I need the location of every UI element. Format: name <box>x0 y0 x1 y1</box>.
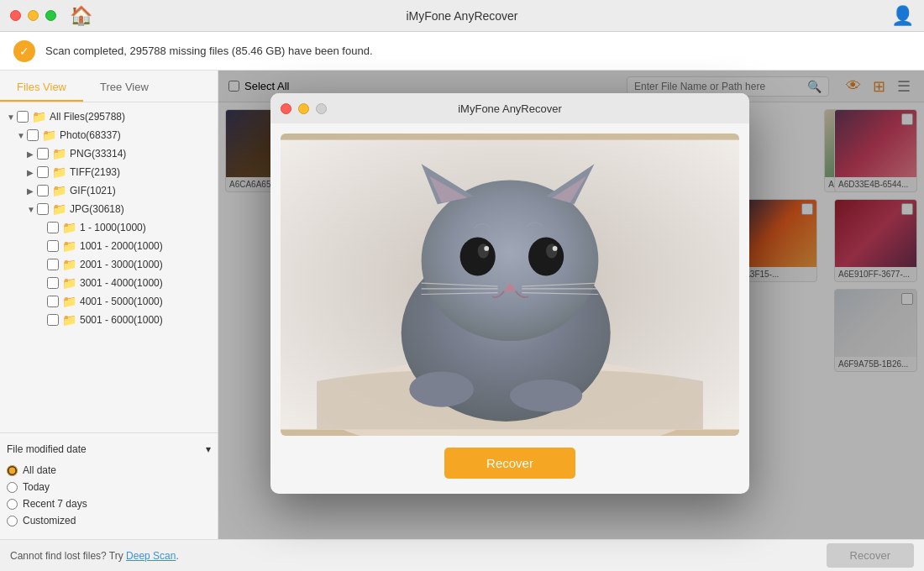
tree-item-tiff[interactable]: ▶ 📁 TIFF(2193) <box>0 163 218 181</box>
folder-icon: 📁 <box>62 258 76 271</box>
view-tabs: Files View Tree View <box>0 71 218 102</box>
arrow-icon: ▶ <box>27 168 37 177</box>
tree-label-jpg-6: 5001 - 6000(1000) <box>80 314 163 326</box>
folder-icon: 📁 <box>62 276 76 290</box>
checkbox-jpg-6[interactable] <box>47 314 59 326</box>
svg-point-3 <box>409 371 474 406</box>
checkbox-all-files[interactable] <box>17 111 29 123</box>
checkbox-jpg[interactable] <box>37 203 49 215</box>
user-icon[interactable]: 👤 <box>891 5 914 27</box>
folder-icon: 📁 <box>52 147 66 160</box>
tree-label-tiff: TIFF(2193) <box>70 166 120 178</box>
close-button[interactable] <box>10 10 21 21</box>
radio-today[interactable]: Today <box>7 479 211 495</box>
radio-input-recent7[interactable] <box>7 499 18 510</box>
modal-preview-image <box>281 134 739 436</box>
cat-svg <box>281 134 739 436</box>
tree-item-jpg-6[interactable]: 📁 5001 - 6000(1000) <box>0 311 218 329</box>
modal-maximize-button[interactable] <box>316 103 327 114</box>
modal-content: Recover <box>270 123 749 494</box>
tree-label-jpg: JPG(30618) <box>70 203 124 215</box>
bottom-bar: Cannot find lost files? Try Deep Scan. R… <box>0 539 924 571</box>
radio-customized[interactable]: Customized <box>7 512 211 529</box>
maximize-button[interactable] <box>45 10 56 21</box>
svg-point-12 <box>478 244 489 258</box>
folder-icon: 📁 <box>52 165 66 179</box>
radio-input-today[interactable] <box>7 482 18 493</box>
tree-item-jpg-2[interactable]: 📁 1001 - 2000(1000) <box>0 237 218 255</box>
radio-input-all-date[interactable] <box>7 465 18 476</box>
folder-icon: 📁 <box>52 202 66 216</box>
modal-close-button[interactable] <box>281 103 291 114</box>
tree-item-png[interactable]: ▶ 📁 PNG(33314) <box>0 144 218 163</box>
tree-label-jpg-3: 2001 - 3000(1000) <box>80 259 163 270</box>
tab-tree-view[interactable]: Tree View <box>83 74 165 102</box>
checkbox-jpg-3[interactable] <box>47 259 59 270</box>
tree-label-jpg-5: 4001 - 5000(1000) <box>80 296 163 307</box>
checkbox-jpg-5[interactable] <box>47 296 59 307</box>
tree-label-photo: Photo(68337) <box>60 129 121 141</box>
checkbox-gif[interactable] <box>37 185 49 196</box>
arrow-icon: ▼ <box>27 205 37 214</box>
date-filter-chevron-icon: ▾ <box>206 443 211 455</box>
app-title: iMyFone AnyRecover <box>406 9 517 23</box>
date-filter: File modified date ▾ All date Today Rece… <box>0 432 218 539</box>
bottom-message: Cannot find lost files? Try Deep Scan. <box>10 550 179 562</box>
arrow-icon: ▶ <box>27 186 37 196</box>
svg-point-4 <box>510 380 582 411</box>
svg-point-14 <box>484 246 489 251</box>
modal-recover-button[interactable]: Recover <box>444 448 575 479</box>
file-tree: ▼ 📁 All Files(295788) ▼ 📁 Photo(68337) ▶… <box>0 102 218 432</box>
tree-item-jpg[interactable]: ▼ 📁 JPG(30618) <box>0 200 218 218</box>
date-filter-header[interactable]: File modified date ▾ <box>7 440 211 458</box>
radio-input-customized[interactable] <box>7 516 18 526</box>
tree-item-jpg-5[interactable]: 📁 4001 - 5000(1000) <box>0 292 218 311</box>
home-icon[interactable]: 🏠 <box>70 5 92 27</box>
date-filter-label: File modified date <box>7 443 87 455</box>
date-radio-group: All date Today Recent 7 days Customized <box>7 458 211 532</box>
preview-modal: iMyFone AnyRecover <box>270 93 749 494</box>
modal-title: iMyFone AnyRecover <box>458 102 562 115</box>
status-text: Scan completed, 295788 missing files (85… <box>45 45 373 57</box>
checkbox-tiff[interactable] <box>37 166 49 178</box>
checkbox-jpg-1[interactable] <box>47 222 59 233</box>
deep-scan-link[interactable]: Deep Scan <box>126 550 176 562</box>
checkbox-png[interactable] <box>37 148 49 160</box>
recover-button-main[interactable]: Recover <box>827 543 914 568</box>
folder-icon: 📁 <box>62 239 76 253</box>
tree-item-jpg-4[interactable]: 📁 3001 - 4000(1000) <box>0 274 218 292</box>
modal-titlebar: iMyFone AnyRecover <box>270 93 749 123</box>
svg-point-13 <box>546 244 557 258</box>
tree-label-png: PNG(33314) <box>70 148 126 160</box>
tree-label-all-files: All Files(295788) <box>50 111 125 123</box>
folder-icon: 📁 <box>62 313 76 327</box>
modal-minimize-button[interactable] <box>298 103 309 114</box>
sidebar: Files View Tree View ▼ 📁 All Files(29578… <box>0 71 218 539</box>
titlebar: 🏠 iMyFone AnyRecover 👤 <box>0 0 924 32</box>
tree-label-jpg-2: 1001 - 2000(1000) <box>80 240 163 252</box>
folder-icon: 📁 <box>62 221 76 234</box>
checkbox-jpg-4[interactable] <box>47 277 59 289</box>
status-bar: ✓ Scan completed, 295788 missing files (… <box>0 32 924 71</box>
status-check-icon: ✓ <box>13 40 35 62</box>
folder-icon: 📁 <box>32 110 46 123</box>
svg-point-11 <box>528 238 564 276</box>
tree-item-jpg-3[interactable]: 📁 2001 - 3000(1000) <box>0 255 218 274</box>
svg-point-5 <box>422 181 599 342</box>
checkbox-photo[interactable] <box>27 129 39 141</box>
svg-point-10 <box>460 238 496 276</box>
folder-icon: 📁 <box>52 184 66 197</box>
tree-item-jpg-1[interactable]: 📁 1 - 1000(1000) <box>0 218 218 237</box>
tab-files-view[interactable]: Files View <box>0 74 83 102</box>
tree-item-gif[interactable]: ▶ 📁 GIF(1021) <box>0 181 218 200</box>
tree-label-jpg-1: 1 - 1000(1000) <box>80 222 146 233</box>
arrow-icon: ▼ <box>7 113 17 122</box>
radio-all-date[interactable]: All date <box>7 462 211 479</box>
checkbox-jpg-2[interactable] <box>47 240 59 252</box>
tree-item-photo[interactable]: ▼ 📁 Photo(68337) <box>0 126 218 144</box>
radio-recent7[interactable]: Recent 7 days <box>7 495 211 512</box>
tree-label-jpg-4: 3001 - 4000(1000) <box>80 277 163 289</box>
tree-item-all-files[interactable]: ▼ 📁 All Files(295788) <box>0 107 218 126</box>
minimize-button[interactable] <box>28 10 39 21</box>
svg-point-15 <box>553 246 558 251</box>
